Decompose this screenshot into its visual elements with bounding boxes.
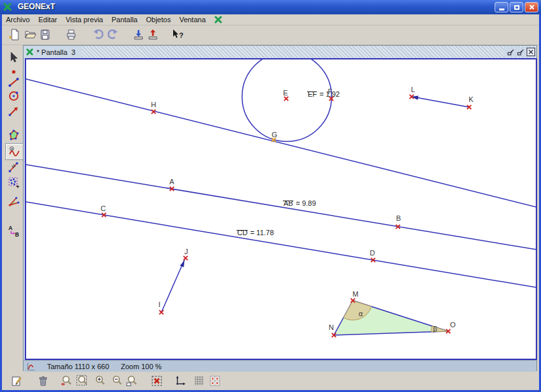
vector-IJ[interactable] (161, 259, 185, 312)
save-icon (39, 28, 52, 41)
delete-button[interactable] (35, 373, 52, 389)
menu-vista-previa[interactable]: Vista previa (65, 16, 103, 24)
menu-ventana[interactable]: Ventana (179, 16, 205, 24)
close-internal-window-icon[interactable] (527, 48, 535, 56)
axes-icon (174, 374, 187, 387)
geonext-x-icon (26, 48, 33, 56)
line-through-H-G[interactable] (26, 79, 536, 207)
label-N: N (329, 323, 334, 331)
zoom-in-icon (93, 374, 107, 387)
circle-tool[interactable] (5, 88, 22, 103)
clear-board-button[interactable] (148, 373, 165, 389)
close-button[interactable] (525, 2, 538, 12)
trash-icon (37, 374, 50, 387)
top-toolbar: * ? (2, 25, 539, 45)
geonext-x-menu-icon[interactable] (214, 16, 222, 24)
window-border-left (0, 14, 2, 392)
label-D: D (370, 249, 375, 257)
point-grid-button[interactable] (206, 373, 223, 389)
open-button[interactable] (22, 26, 38, 43)
edit-board-button[interactable] (8, 373, 25, 389)
menu-editar[interactable]: Editar (39, 16, 57, 24)
point-marker-I[interactable] (159, 310, 163, 314)
line-through-C-D[interactable] (26, 202, 536, 287)
undo-button[interactable] (90, 26, 106, 43)
label-M: M (352, 290, 358, 298)
internal-window-title: * Pantalla 3 (37, 48, 75, 56)
label-G: G (272, 131, 278, 139)
save-button[interactable] (37, 26, 53, 43)
redo-icon (106, 27, 120, 42)
redo-button[interactable] (105, 26, 121, 43)
curve-tool[interactable]: a (5, 143, 24, 160)
zoom-page-icon (125, 374, 139, 387)
iconify-window-icon[interactable] (507, 48, 515, 56)
point-marker-E[interactable] (284, 97, 288, 101)
label-H: H (151, 101, 156, 108)
rename-tool[interactable]: AB (5, 223, 22, 238)
maximize-button[interactable] (510, 2, 523, 12)
circle-icon (7, 89, 20, 102)
axes-button[interactable] (172, 373, 189, 389)
geometry-canvas: A B C D E F G H I J K L M N O α β EF= 1.… (26, 59, 536, 359)
new-document-button[interactable]: * (7, 26, 23, 43)
label-O: O (450, 321, 456, 329)
close-icon (529, 4, 535, 10)
pointer-icon (7, 51, 20, 64)
left-toolbar: a + AB (2, 44, 23, 390)
drawing-board[interactable]: A B C D E F G H I J K L M N O α β EF= 1.… (25, 58, 537, 360)
edit-icon (10, 374, 24, 387)
angle-tool[interactable] (5, 193, 22, 209)
help-pointer-icon: ? (171, 28, 185, 41)
angle-icon (7, 195, 20, 208)
internal-title-bar[interactable]: * Pantalla 3 (24, 46, 536, 58)
help-pointer-button[interactable]: ? (170, 26, 186, 43)
label-A: A (169, 178, 174, 186)
multi-select-tool[interactable]: + (5, 174, 22, 190)
print-button[interactable] (63, 26, 79, 43)
export-icon (146, 28, 159, 41)
minimize-button[interactable] (495, 2, 508, 12)
svg-text:+: + (16, 184, 20, 189)
vector-tool[interactable] (5, 103, 22, 119)
measurement-CD[interactable]: CD= 11.78 (237, 229, 274, 237)
measurement-AB[interactable]: AB= 9.89 (284, 199, 316, 207)
pointer-tool[interactable] (5, 50, 22, 65)
perpendicular-tool[interactable] (5, 159, 22, 175)
label-J: J (184, 248, 188, 255)
zoom-page-button[interactable] (123, 373, 140, 389)
export-button[interactable] (145, 26, 161, 43)
import-icon (132, 28, 145, 41)
title-bar: GEONExT (0, 0, 541, 14)
svg-text:A: A (8, 225, 12, 231)
board-size-label: Tamaño 1110 x 660 (47, 363, 109, 370)
point-marker-J[interactable] (184, 256, 188, 260)
svg-text:B: B (15, 231, 19, 237)
measurement-EF[interactable]: EF= 1.92 (308, 90, 340, 98)
import-button[interactable] (131, 26, 146, 43)
print-icon (65, 28, 78, 41)
menu-pantalla[interactable]: Pantalla (112, 16, 138, 24)
menu-archivo[interactable]: Archivo (6, 16, 30, 24)
perpendicular-icon (7, 161, 20, 174)
vector-IJ-arrowhead (180, 261, 184, 267)
zoom-out-icon (110, 374, 123, 387)
svg-text:*: * (9, 35, 12, 41)
restore-window-icon[interactable] (517, 48, 525, 56)
zoom-area-button[interactable] (74, 373, 91, 389)
undo-icon (91, 27, 105, 42)
new-document-icon: * (8, 28, 22, 41)
grid-icon (193, 374, 206, 387)
point-grid-icon (208, 374, 221, 387)
menu-objetos[interactable]: Objetos (146, 16, 171, 24)
polygon-tool[interactable] (5, 127, 22, 143)
vector-icon (7, 105, 20, 118)
vector-KL[interactable] (413, 97, 469, 107)
polygon-icon (7, 129, 20, 142)
zoom-in-button[interactable] (91, 373, 108, 389)
grid-button[interactable] (191, 373, 208, 389)
multi-select-icon: + (7, 176, 20, 189)
zoom-original-button[interactable] (58, 373, 75, 389)
circle-E[interactable] (242, 59, 332, 142)
label-B: B (396, 214, 401, 222)
